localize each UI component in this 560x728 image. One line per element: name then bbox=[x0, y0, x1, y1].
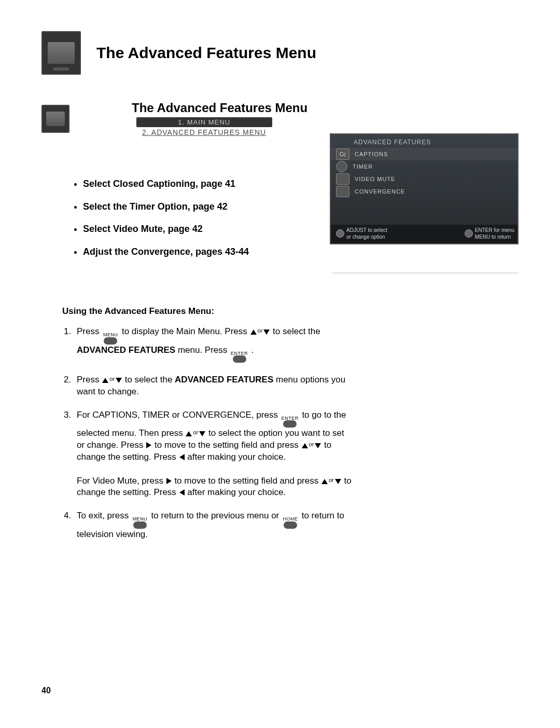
enter-button-icon bbox=[283, 420, 297, 428]
osd-title: ADVANCED FEATURES bbox=[331, 134, 517, 148]
mute-icon bbox=[336, 173, 349, 185]
up-arrow-icon bbox=[102, 378, 108, 383]
page-number: 40 bbox=[41, 686, 51, 695]
breadcrumb-level-2: 2. ADVANCED FEATURES MENU bbox=[132, 128, 277, 136]
osd-row: Cc CAPTIONS bbox=[331, 148, 517, 160]
up-arrow-icon bbox=[186, 431, 192, 436]
home-button-icon bbox=[284, 521, 297, 529]
instructions-heading: Using the Advanced Features Menu: bbox=[62, 306, 353, 318]
osd-row: TIMER bbox=[331, 160, 517, 173]
enter-button-icon bbox=[233, 355, 246, 363]
right-arrow-icon bbox=[146, 442, 151, 448]
osd-row: CONVERGENCE bbox=[331, 185, 517, 198]
right-arrow-icon bbox=[166, 478, 172, 484]
section-icon-small bbox=[41, 105, 69, 133]
bullet-item: Select Closed Captioning, page 41 bbox=[83, 174, 320, 195]
breadcrumb-level-1: 1. MAIN MENU bbox=[136, 117, 272, 127]
menu-button-icon bbox=[104, 337, 117, 345]
down-arrow-icon bbox=[335, 479, 341, 484]
down-arrow-icon bbox=[263, 329, 270, 335]
up-arrow-icon bbox=[250, 329, 257, 335]
convergence-icon bbox=[336, 186, 349, 197]
left-arrow-icon bbox=[179, 454, 185, 460]
osd-row: VIDEO MUTE bbox=[331, 173, 517, 185]
clock-icon bbox=[336, 161, 347, 172]
tv-osd-screenshot: ADVANCED FEATURES Cc CAPTIONS TIMER VIDE… bbox=[330, 133, 519, 244]
left-arrow-icon bbox=[179, 489, 185, 496]
enter-icon bbox=[465, 229, 473, 238]
bullet-item: Select the Timer Option, page 42 bbox=[83, 197, 320, 217]
step-2: Press or to select the ADVANCED FEATURES… bbox=[74, 374, 353, 398]
page-title: The Advanced Features Menu bbox=[96, 44, 316, 62]
osd-footer: ADJUST to select or change option ENTER … bbox=[331, 225, 517, 243]
bullet-item: Select Video Mute, page 42 bbox=[83, 219, 320, 240]
step-3: For CAPTIONS, TIMER or CONVERGENCE, pres… bbox=[74, 409, 353, 499]
section-icon-large bbox=[41, 31, 81, 75]
instructions-list: Press MENU to display the Main Menu. Pre… bbox=[62, 326, 353, 540]
down-arrow-icon bbox=[116, 378, 122, 383]
menu-button-icon bbox=[133, 521, 147, 529]
breadcrumb: 1. MAIN MENU 2. ADVANCED FEATURES MENU bbox=[132, 117, 277, 136]
adjust-icon bbox=[336, 229, 344, 238]
up-arrow-icon bbox=[321, 479, 328, 484]
cc-icon: Cc bbox=[336, 148, 349, 160]
bullet-item: Adjust the Convergence, pages 43-44 bbox=[83, 242, 320, 263]
section-subtitle: The Advanced Features Menu bbox=[132, 101, 307, 115]
topic-bullets: Select Closed Captioning, page 41 Select… bbox=[62, 174, 320, 262]
step-4: To exit, press MENU to return to the pre… bbox=[74, 510, 353, 540]
up-arrow-icon bbox=[302, 443, 308, 448]
step-1: Press MENU to display the Main Menu. Pre… bbox=[74, 326, 353, 362]
down-arrow-icon bbox=[199, 431, 205, 436]
down-arrow-icon bbox=[315, 443, 321, 448]
